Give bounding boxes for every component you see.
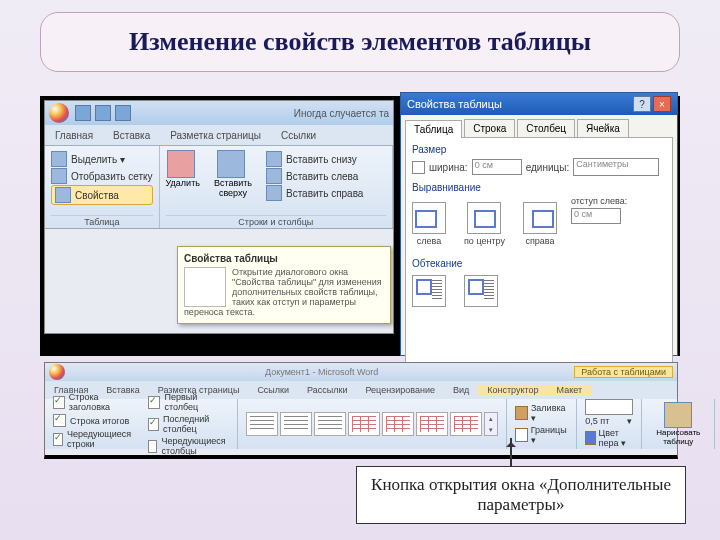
dlg-tab-table[interactable]: Таблица [405,120,462,138]
slide-title-box: Изменение свойств элементов таблицы [40,12,680,72]
tab-pagelayout[interactable]: Разметка страницы [160,130,271,141]
qat-undo-icon[interactable] [95,105,111,121]
draw-table-icon[interactable] [664,402,692,428]
gridlines-label: Отобразить сетку [71,171,153,182]
borders-button[interactable]: Границы ▾ [515,425,568,445]
shading-button[interactable]: Заливка ▾ [515,403,568,423]
ribbon-body: Выделить ▾ Отобразить сетку Свойства Таб… [45,146,393,229]
ribbon-design-screenshot: Документ1 - Microsoft Word Работа с табл… [44,362,678,459]
table-style-2[interactable] [280,412,312,436]
btab-review[interactable]: Рецензирование [356,385,444,395]
close-button[interactable]: × [653,96,671,112]
tab-home[interactable]: Главная [45,130,103,141]
dlg-tab-cell[interactable]: Ячейка [577,119,629,137]
chk-first-col[interactable]: Первый столбец [148,392,229,412]
delete-icon[interactable] [167,150,195,178]
chk-last-col[interactable]: Последний столбец [148,414,229,434]
qat-save-icon[interactable] [75,105,91,121]
align-section-label: Выравнивание [412,182,666,193]
borders-icon [515,428,527,442]
insert-above-label: Вставить сверху [208,178,258,198]
draw-table-label: Нарисовать таблицу [650,428,706,446]
width-label: ширина: [429,162,468,173]
table-style-6[interactable] [416,412,448,436]
tooltip-heading: Свойства таблицы [184,253,384,264]
insert-right-button[interactable]: Вставить справа [266,185,363,201]
office-button-icon[interactable] [49,364,65,380]
insert-above-icon[interactable] [217,150,245,178]
units-select[interactable]: Сантиметры [573,158,659,176]
wrap-none-icon [412,275,446,307]
pen-width-select[interactable]: 0,5 пт▾ [585,416,633,426]
tab-insert[interactable]: Вставка [103,130,160,141]
chk-header-row[interactable]: Строка заголовка [53,392,134,412]
chk-banded-cols[interactable]: Чередующиеся столбцы [148,436,229,456]
btab-tablelayout[interactable]: Макет [548,385,591,395]
table-style-7[interactable] [450,412,482,436]
btab-view[interactable]: Вид [444,385,478,395]
align-center-option[interactable]: по центру [464,202,505,246]
units-label: единицы: [526,162,570,173]
wrap-around-icon [464,275,498,307]
table-tools-label: Работа с таблицами [574,366,673,378]
btab-mail[interactable]: Рассылки [298,385,356,395]
qat-redo-icon[interactable] [115,105,131,121]
align-right-option[interactable]: справа [523,202,557,246]
slide-title: Изменение свойств элементов таблицы [51,27,669,57]
width-checkbox[interactable] [412,161,425,174]
dlg-tab-row[interactable]: Строка [464,119,515,137]
group-table: Выделить ▾ Отобразить сетку Свойства Таб… [45,146,160,228]
dialog-tabs: Таблица Строка Столбец Ячейка [401,115,677,137]
window-title-fragment: Иногда случается та [294,108,389,119]
properties-tooltip: Свойства таблицы Открытие диалогового ок… [177,246,391,324]
properties-icon [55,187,71,203]
ribbon-screenshot: Иногда случается та Главная Вставка Разм… [44,100,394,334]
dlg-tab-column[interactable]: Столбец [517,119,575,137]
insert-below-button[interactable]: Вставить снизу [266,151,363,167]
select-button[interactable]: Выделить ▾ [51,151,153,167]
insert-left-button[interactable]: Вставить слева [266,168,363,184]
bucket-icon [515,406,528,420]
wrap-section-label: Обтекание [412,258,666,269]
tab-references[interactable]: Ссылки [271,130,326,141]
line-style-select[interactable] [585,399,633,415]
chk-total-row[interactable]: Строка итогов [53,414,134,427]
office-button-icon[interactable] [49,103,69,123]
table-style-3[interactable] [314,412,346,436]
insert-right-icon [266,185,282,201]
align-left-option[interactable]: слева [412,202,446,246]
help-button[interactable]: ? [633,96,651,112]
dialog-body: Размер ширина: 0 см единицы: Сантиметры … [405,137,673,369]
delete-label: Удалить [166,178,200,188]
insert-left-label: Вставить слева [286,171,358,182]
pen-color-button[interactable]: Цвет пера ▾ [585,428,633,448]
insert-right-label: Вставить справа [286,188,363,199]
align-right-label: справа [525,236,554,246]
callout-arrow [510,438,512,466]
properties-button[interactable]: Свойства [51,185,153,205]
style-gallery-nav[interactable]: ▴▾ [484,412,498,436]
align-left-icon [412,202,446,234]
wrap-around-option[interactable] [464,275,498,309]
shading-borders-group: Заливка ▾ Границы ▾ [507,399,577,449]
style-options-group: Строка заголовка Строка итогов Чередующи… [45,399,238,449]
btab-design[interactable]: Конструктор [478,385,547,395]
indent-input[interactable]: 0 см [571,208,621,224]
btab-refs[interactable]: Ссылки [248,385,298,395]
callout-text: Кнопка открытия окна «Дополнительные пар… [371,475,671,514]
indent-label: отступ слева: [571,196,627,206]
select-icon [51,151,67,167]
word-titlebar: Иногда случается та [45,101,393,125]
table-styles-group: ▴▾ [238,399,507,449]
table-style-4[interactable] [348,412,380,436]
align-right-icon [523,202,557,234]
bottom-titlebar: Документ1 - Microsoft Word Работа с табл… [45,363,677,381]
draw-borders-group: 0,5 пт▾ Цвет пера ▾ [577,399,642,449]
table-style-5[interactable] [382,412,414,436]
chk-banded-rows[interactable]: Чередующиеся строки [53,429,134,449]
width-input[interactable]: 0 см [472,159,522,175]
table-style-1[interactable] [246,412,278,436]
gridlines-button[interactable]: Отобразить сетку [51,168,153,184]
tooltip-thumbnail-icon [184,267,226,307]
wrap-none-option[interactable] [412,275,446,309]
